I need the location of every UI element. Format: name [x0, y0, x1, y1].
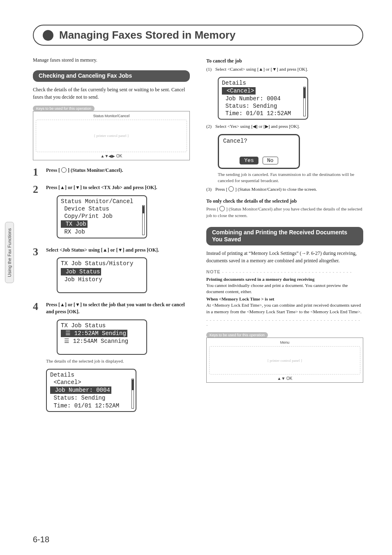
lcd1-title: Status Monitor/Cancel	[61, 198, 143, 205]
note1-heading: Printing documents saved in a memory dur…	[206, 277, 363, 282]
status-monitor-button-icon-3	[219, 206, 225, 211]
step-number-2: 2	[33, 184, 42, 240]
to-cancel-heading: To cancel the job	[206, 58, 363, 64]
section-heading-checking: Checking and Canceling Fax Jobs	[33, 70, 190, 82]
lcdA-hl: <Cancel>	[222, 87, 256, 95]
section2-desc: Instead of printing at “Memory Lock Sett…	[206, 250, 363, 264]
lcd4-scroll-thumb	[132, 379, 134, 390]
lcd-tx-job-status: TX Job Status ☰ 12:52AM Sending ☰ 12:54A…	[57, 319, 147, 355]
note-row: NOTE - - - - - - - - - - - - - - - - - -…	[206, 268, 363, 275]
lcdA-title: Details	[222, 79, 304, 87]
lcd4-r1: <Cancel>	[50, 379, 132, 386]
panel-bottom-label: ▲▼◀▶ OK	[100, 154, 122, 158]
note-dashes-icon: - - - - - - - - - - - - - - - - - - - - …	[222, 269, 352, 274]
lcd1-r2: Copy/Print Job	[61, 213, 143, 220]
lcd3-hl: ☰ 12:52AM Sending	[61, 330, 127, 337]
step-4-text: Press [▲] or [▼] to select the job that …	[46, 301, 190, 414]
note-body: Printing documents saved in a memory dur…	[206, 277, 363, 315]
lcd4-hl: Job Number: 0004	[50, 386, 111, 394]
cancel-no-button[interactable]: No	[263, 157, 278, 164]
panel2-bottom-label: ▲▼ OK	[277, 376, 292, 381]
page-title-band: Managing Faxes Stored in Memory	[33, 25, 363, 46]
page-number: 6-18	[33, 535, 49, 544]
step-number-4: 4	[33, 301, 42, 414]
lcdA-r3: Status: Sending	[222, 102, 304, 110]
right-column: To cancel the job (1)Select <Cancel> usi…	[206, 56, 363, 414]
status-monitor-button-icon	[61, 167, 67, 173]
lcdA-scroll-thumb	[304, 88, 305, 98]
control-panel-diagram-2: Menu [ printer control panel ] ▲▼ OK	[206, 338, 363, 383]
side-tab: Using the Fax Functions	[5, 222, 14, 283]
lcd4-r4: Time: 01/01 12:52AM	[50, 402, 132, 409]
note2-body: At <Memory Lock End Time>, you can combi…	[206, 302, 363, 315]
lcd1-r4: RX Job	[61, 228, 143, 236]
lcd-cancel-prompt: Cancel? Yes No	[218, 134, 300, 169]
cancel-step-1: (1)Select <Cancel> using [▲] or [▼] and …	[206, 66, 363, 73]
only-check-body: Press [ ] (Status Monitor/Cancel) after …	[206, 206, 363, 219]
step4-caption: The details of the selected job is displ…	[46, 358, 190, 364]
note1-body: You cannot individually choose and print…	[206, 282, 363, 295]
lcd3-r2: ☰ 12:54AM Scanning	[61, 338, 143, 345]
section-heading-combining: Combining and Printing the Received Docu…	[206, 227, 363, 245]
step-number-3: 3	[33, 247, 42, 295]
title-bullet-icon	[43, 30, 53, 41]
keys-bar-label-2: Keys to be used for this operation	[206, 332, 268, 338]
lcd-status-monitor: Status Monitor/Cancel Device Status Copy…	[57, 195, 147, 238]
keys-bar-label-1: Keys to be used for this operation	[33, 106, 95, 111]
control-panel-diagram-1: Status Monitor/Cancel [ printer control …	[33, 111, 190, 160]
lcd-details-right: Details <Cancel> Job Number: 0004 Status…	[218, 77, 308, 120]
cancel-step-2: (2)Select <Yes> using [◀] or [▶] and pre…	[206, 123, 363, 130]
lcd1-r1: Device Status	[61, 205, 143, 213]
note-dashes-bottom-icon: - - - - - - - - - - - - - - - - - - - - …	[206, 317, 363, 327]
note2-heading: When <Memory Lock Time > is set	[206, 296, 363, 301]
lcd2-title: TX Job Status/History	[61, 260, 143, 267]
panel2-placeholder-icon: [ printer control panel ]	[209, 346, 360, 375]
lcd-tx-status-history: TX Job Status/History Job Status Job His…	[57, 257, 147, 293]
lcd-details: Details <Cancel> Job Number: 0004 Status…	[46, 369, 136, 412]
panel2-top-label: Menu	[280, 340, 290, 345]
panel-top-label: Status Monitor/Cancel	[93, 114, 130, 118]
panel-placeholder-icon: [ printer control panel ]	[36, 120, 187, 152]
lcdA-r2: Job Number: 0004	[222, 95, 304, 102]
step-2-text: Press [▲] or [▼] to select <TX Job> and …	[46, 184, 190, 240]
lcd2-hl: Job Status	[61, 268, 101, 275]
lcd2-r2: Job History	[61, 276, 143, 283]
lcdA-r4: Time: 01/01 12:52AM	[222, 110, 304, 117]
cancel-prompt-text: Cancel?	[223, 138, 295, 144]
cancel-yes-button[interactable]: Yes	[240, 157, 258, 164]
section1-desc: Check the details of the fax currently b…	[33, 86, 190, 101]
note-label: NOTE	[206, 269, 221, 274]
only-check-heading: To only check the details of the selecte…	[206, 198, 363, 204]
lcd4-r3: Status: Sending	[50, 394, 132, 402]
page-title: Managing Faxes Stored in Memory	[59, 29, 235, 42]
lcd3-title: TX Job Status	[61, 322, 143, 329]
lcd4-title: Details	[50, 371, 132, 379]
step-1-text: Press [ ] (Status Monitor/Cancel).	[46, 167, 190, 178]
status-monitor-button-icon-2	[228, 186, 234, 192]
cancel-step-3: (3)Press [ ] (Status Monitor/Cancel) to …	[206, 186, 363, 193]
left-column: Manage faxes stored in memory. Checking …	[33, 56, 190, 414]
lcd1-hl: TX Job	[61, 220, 88, 228]
intro-text: Manage faxes stored in memory.	[33, 56, 190, 64]
step-number-1: 1	[33, 167, 42, 178]
lcd1-scroll-thumb	[143, 206, 144, 213]
step-3-text: Select <Job Status> using [▲] or [▼] and…	[46, 247, 190, 295]
cancel-note-text: The sending job is canceled. Fax transmi…	[218, 171, 363, 184]
